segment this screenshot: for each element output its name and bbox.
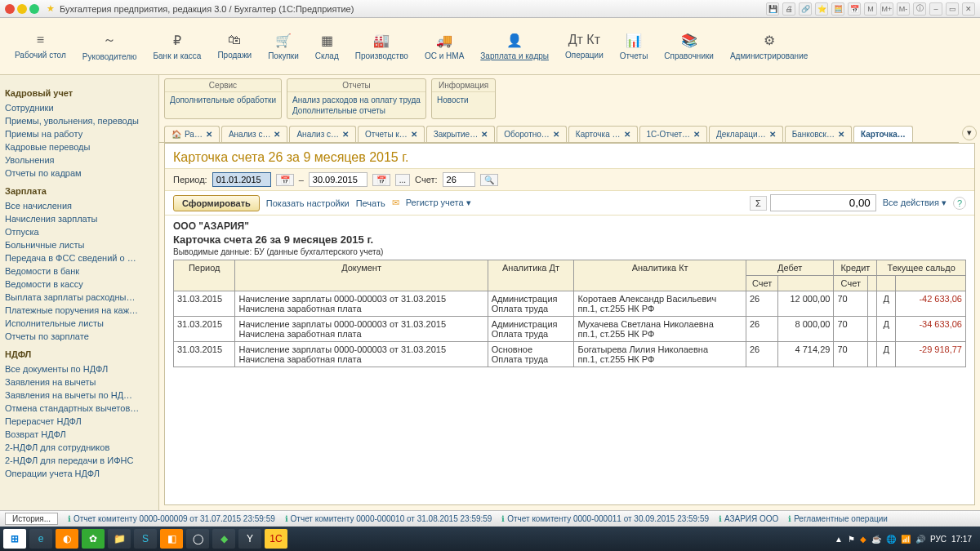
tab[interactable]: 1С-Отчет…✕ xyxy=(639,126,708,142)
status-item[interactable]: Отчет комитенту 0000-000011 от 30.09.201… xyxy=(501,514,709,523)
sidebar-link[interactable]: Все документы по НДФЛ xyxy=(5,362,154,375)
tab-close-icon[interactable]: ✕ xyxy=(411,130,417,139)
ribbon-item[interactable]: 🚚ОС и НМА xyxy=(416,29,472,64)
link-icon[interactable]: 🔗 xyxy=(799,2,812,16)
calendar-icon[interactable]: 📅 xyxy=(276,174,294,186)
m-icon[interactable]: M xyxy=(864,2,877,16)
m-plus-icon[interactable]: M+ xyxy=(880,2,893,16)
start-button[interactable]: ⊞ xyxy=(3,529,26,549)
sidebar-link[interactable]: Заявления на вычеты xyxy=(5,375,154,389)
sidebar-link[interactable]: Кадровые переводы xyxy=(5,140,154,153)
sidebar-link[interactable]: Приемы на работу xyxy=(5,127,154,140)
task-app5-icon[interactable]: ◆ xyxy=(212,529,235,549)
sidebar-link[interactable]: Операции учета НДФЛ xyxy=(5,467,154,480)
sidebar-link[interactable]: Отчеты по кадрам xyxy=(5,167,154,180)
ribbon-item[interactable]: 📚Справочники xyxy=(656,29,722,64)
tab-close-icon[interactable]: ✕ xyxy=(553,130,559,139)
tabs-more-icon[interactable]: ▾ xyxy=(962,126,977,140)
tray-wifi-icon[interactable]: 📶 xyxy=(901,535,911,544)
group-link[interactable]: Дополнительные обработки xyxy=(170,95,276,105)
register-link[interactable]: Регистр учета ▾ xyxy=(406,198,471,208)
task-folder-icon[interactable]: 📁 xyxy=(108,529,131,549)
ribbon-item[interactable]: Дт КтОперации xyxy=(557,29,612,63)
task-ie-icon[interactable]: e xyxy=(29,529,52,549)
status-item[interactable]: Регламентные операции xyxy=(788,514,888,523)
tab[interactable]: 🏠Ра…✕ xyxy=(164,126,220,142)
sidebar-link[interactable]: Заявления на вычеты по НД… xyxy=(5,389,154,402)
table-row[interactable]: 31.03.2015Начисление зарплаты 0000-00000… xyxy=(174,291,966,317)
tab[interactable]: Отчеты к…✕ xyxy=(358,126,425,142)
ribbon-item[interactable]: ～Руководителю xyxy=(74,29,145,64)
sidebar-link[interactable]: Возврат НДФЛ xyxy=(5,428,154,441)
ribbon-item[interactable]: 👤Зарплата и кадры xyxy=(472,29,557,64)
ribbon-item[interactable]: 📊Отчеты xyxy=(612,29,657,64)
print-icon[interactable]: 🖨 xyxy=(782,2,795,16)
sum-input[interactable] xyxy=(770,194,876,211)
ribbon-item[interactable]: 🏭Производство xyxy=(347,29,416,64)
tab[interactable]: Карточка …✕ xyxy=(568,126,638,142)
period-select-button[interactable]: ... xyxy=(395,174,410,186)
task-yandex-icon[interactable]: Y xyxy=(238,529,261,549)
tab[interactable]: Банковск…✕ xyxy=(785,126,852,142)
group-link[interactable]: Дополнительные отчеты xyxy=(292,105,421,116)
tab[interactable]: Закрытие…✕ xyxy=(426,126,495,142)
sidebar-link[interactable]: Приемы, увольнения, переводы xyxy=(5,114,154,127)
task-app4-icon[interactable]: ◯ xyxy=(186,529,209,549)
restore-icon[interactable]: ▭ xyxy=(946,2,959,16)
tray-flag-icon[interactable]: ⚑ xyxy=(848,535,855,544)
sidebar-link[interactable]: Отпуска xyxy=(5,225,154,238)
tab-close-icon[interactable]: ✕ xyxy=(481,130,488,139)
info-icon[interactable]: ⓘ xyxy=(913,2,926,16)
ribbon-item[interactable]: ▦Склад xyxy=(307,29,347,64)
status-item[interactable]: Отчет комитенту 0000-000010 от 31.08.201… xyxy=(285,514,492,523)
ribbon-item[interactable]: 🛒Покупки xyxy=(260,29,307,64)
print-link[interactable]: Печать xyxy=(356,198,385,208)
task-1c-icon[interactable]: 1С xyxy=(265,529,287,549)
show-settings-link[interactable]: Показать настройки xyxy=(266,198,350,208)
save-icon[interactable]: 💾 xyxy=(766,2,779,16)
tab[interactable]: Деклараци…✕ xyxy=(709,126,783,142)
sidebar-link[interactable]: Сотрудники xyxy=(5,101,154,114)
tray-java-icon[interactable]: ☕ xyxy=(871,535,881,544)
min-icon[interactable]: – xyxy=(929,2,942,16)
period-to-input[interactable] xyxy=(309,172,368,187)
sidebar-link[interactable]: Передача в ФСС сведений о … xyxy=(5,251,154,264)
tab[interactable]: Карточка… xyxy=(853,126,913,142)
sidebar-link[interactable]: Отмена стандартных вычетов… xyxy=(5,402,154,415)
tab-close-icon[interactable]: ✕ xyxy=(342,130,349,139)
help-icon[interactable]: ? xyxy=(953,197,966,210)
tab-close-icon[interactable]: ✕ xyxy=(838,130,844,139)
fav-icon[interactable]: ⭐ xyxy=(815,2,828,16)
tray-av-icon[interactable]: ◆ xyxy=(860,535,866,544)
sidebar-link[interactable]: 2-НДФЛ для передачи в ИФНС xyxy=(5,454,154,467)
close-dot[interactable] xyxy=(5,4,15,14)
m-minus-icon[interactable]: M- xyxy=(897,2,910,16)
close-icon[interactable]: ✕ xyxy=(962,2,975,16)
tray-vol-icon[interactable]: 🔊 xyxy=(915,535,925,544)
sidebar-link[interactable]: Платежные поручения на каж… xyxy=(5,304,154,317)
sidebar-link[interactable]: Ведомости в кассу xyxy=(5,278,154,291)
tab-close-icon[interactable]: ✕ xyxy=(769,130,776,139)
sidebar-link[interactable]: Начисления зарплаты xyxy=(5,212,154,225)
calendar2-icon[interactable]: 📅 xyxy=(372,174,390,186)
tab-close-icon[interactable]: ✕ xyxy=(274,130,280,139)
tray-net-icon[interactable]: 🌐 xyxy=(886,535,896,544)
calc-icon[interactable]: 🧮 xyxy=(831,2,844,16)
mail-icon[interactable]: ✉ xyxy=(392,198,399,208)
account-input[interactable] xyxy=(443,172,475,187)
ribbon-item[interactable]: 🛍Продажи xyxy=(209,29,260,63)
sidebar-link[interactable]: Исполнительные листы xyxy=(5,317,154,330)
ribbon-item[interactable]: ≡Рабочий стол xyxy=(7,29,74,63)
sidebar-link[interactable]: Все начисления xyxy=(5,199,154,212)
tab[interactable]: Анализ с…✕ xyxy=(221,126,288,142)
task-app1-icon[interactable]: ◐ xyxy=(56,529,78,549)
tab-close-icon[interactable]: ✕ xyxy=(206,130,212,139)
min-dot[interactable] xyxy=(17,4,27,14)
tab[interactable]: Анализ с…✕ xyxy=(289,126,356,142)
tray-lang[interactable]: РУС xyxy=(930,535,947,544)
cal-icon[interactable]: 📅 xyxy=(848,2,861,16)
sidebar-link[interactable]: Ведомости в банк xyxy=(5,264,154,278)
history-button[interactable]: История... xyxy=(5,513,58,525)
sidebar-link[interactable]: Отчеты по зарплате xyxy=(5,330,154,343)
ribbon-item[interactable]: ₽Банк и касса xyxy=(145,29,210,64)
